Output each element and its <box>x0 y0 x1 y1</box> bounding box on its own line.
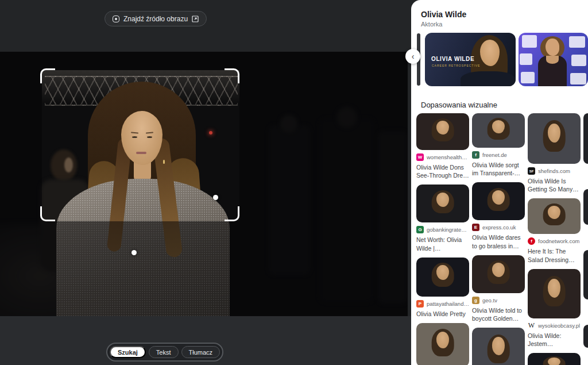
result-thumbnail[interactable] <box>472 113 525 148</box>
result-source: P pattayathailand.ru <box>416 300 469 308</box>
result-source: f freenet.de <box>472 151 525 159</box>
backdrop-letter-shape <box>571 55 586 66</box>
matches-column-3: SF shefinds.com Olivia Wilde Is Getting … <box>528 113 581 365</box>
result-title: Net Worth: Olivia Wilde | GOBankingRates <box>416 236 469 252</box>
backdrop-letter-shape <box>521 72 535 83</box>
site-name: pattayathailand.ru <box>427 301 469 307</box>
mode-text-button[interactable]: Tekst <box>149 346 179 358</box>
site-favicon: f <box>472 151 479 159</box>
selection-dim-top <box>0 52 408 70</box>
visual-match-item[interactable]: P pattayathailand.ru Olivia Wilde Pretty <box>416 258 469 318</box>
visual-match-item[interactable]: E express.co.uk Olivia Wilde dares to go… <box>472 182 525 249</box>
result-title: Olivia Wilde sorgt im Transparent-Kleid … <box>472 161 525 177</box>
result-thumbnail[interactable] <box>416 185 469 222</box>
visual-match-item[interactable]: W womenshealthmag... Olivia Wilde Dons S… <box>416 113 469 179</box>
result-thumbnail[interactable] <box>528 113 581 164</box>
visual-match-item[interactable]: W wysokieobcasy.pl Olivia Wilde: Jestem … <box>528 269 581 348</box>
find-image-source-button[interactable]: Znajdź źródło obrazu <box>105 11 207 26</box>
visual-match-item[interactable] <box>472 328 525 365</box>
entity-subtitle: Aktorka <box>421 21 442 28</box>
site-favicon: W <box>528 322 535 329</box>
site-favicon: P <box>416 300 424 308</box>
result-thumbnail[interactable] <box>528 198 581 234</box>
site-name: gobankingrates.com <box>427 226 469 233</box>
selection-dim-left <box>0 70 42 221</box>
result-source: g geo.tv <box>472 297 525 304</box>
knowledge-image-1[interactable]: OLIVIA WILDE CAREER RETROSPECTIVE <box>425 33 516 86</box>
result-title: Olivia Wilde Is Getting So Many Likes Fo… <box>528 177 581 193</box>
result-source: W wysokieobcasy.pl <box>528 322 581 329</box>
site-name: express.co.uk <box>482 224 516 230</box>
matches-column-2: f freenet.de Olivia Wilde sorgt im Trans… <box>472 113 525 365</box>
result-thumbnail[interactable] <box>472 255 525 293</box>
hero-caption-line2: CAREER RETROSPECTIVE <box>432 64 480 67</box>
query-photo <box>0 52 408 316</box>
matches-column-cutoff <box>583 113 588 365</box>
object-dot[interactable] <box>131 250 137 255</box>
result-source: E express.co.uk <box>472 224 525 231</box>
selection-handle-top-left[interactable] <box>40 68 55 83</box>
photo-red-light <box>209 131 212 135</box>
selection-handle-top-right[interactable] <box>225 68 239 83</box>
photo-bystander-face <box>64 157 73 172</box>
result-thumbnail[interactable] <box>528 353 581 365</box>
selection-handle-bottom-right[interactable] <box>225 206 239 221</box>
result-thumbnail[interactable] <box>472 182 525 220</box>
result-title: Olivia Wilde Dons See-Through Dress For.… <box>416 163 469 179</box>
site-favicon: SF <box>528 167 535 175</box>
backdrop-letter-shape <box>569 36 585 48</box>
google-lens-app: Znajdź źródło obrazu Szukaj Tekst Tłumac… <box>0 0 588 365</box>
lens-icon <box>113 16 119 22</box>
site-favicon: g <box>472 297 479 304</box>
visual-match-item[interactable]: g geo.tv Olivia Wilde told to boycott Go… <box>472 255 525 322</box>
result-thumbnail[interactable] <box>528 269 581 318</box>
result-source: G gobankingrates.com <box>416 226 469 233</box>
result-thumbnail[interactable] <box>416 258 469 297</box>
object-dot[interactable] <box>213 195 218 200</box>
result-source: f foodnetwork.com <box>528 237 581 245</box>
visual-match-item[interactable]: G gobankingrates.com Net Worth: Olivia W… <box>416 185 469 252</box>
visual-match-item[interactable] <box>528 353 581 365</box>
result-source: SF shefinds.com <box>528 167 581 175</box>
site-name: foodnetwork.com <box>538 238 579 244</box>
subject-lips <box>136 152 146 154</box>
result-source: W womenshealthmag... <box>416 153 469 161</box>
visual-match-item[interactable]: SF shefinds.com Olivia Wilde Is Getting … <box>528 113 581 193</box>
site-name: wysokieobcasy.pl <box>538 322 580 329</box>
result-title: Olivia Wilde told to boycott Golden Glob… <box>472 306 525 322</box>
backdrop-letter-shape <box>570 73 586 84</box>
hero-face <box>480 40 500 66</box>
result-title: Olivia Wilde: Jestem krytykowana za wyjś… <box>528 332 581 348</box>
hero-shoulder <box>461 71 516 86</box>
subject-eye <box>147 136 152 138</box>
backdrop-letter-shape <box>520 53 532 65</box>
site-favicon: f <box>528 237 535 245</box>
subject-eye <box>132 136 137 138</box>
backdrop-letter-shape <box>522 35 537 48</box>
selection-handle-bottom-left[interactable] <box>40 206 55 221</box>
site-name: freenet.de <box>482 152 507 158</box>
result-thumbnail[interactable] <box>416 113 469 150</box>
subject-earring <box>163 160 165 164</box>
cutoff-thumbnail-sliver <box>583 113 588 164</box>
visual-match-item[interactable]: sk sheknows.com <box>416 323 469 365</box>
image-stage: Znajdź źródło obrazu Szukaj Tekst Tłumac… <box>0 0 411 365</box>
visual-match-item[interactable]: f foodnetwork.com Here It Is: The Salad … <box>528 198 581 263</box>
hero2-face <box>546 39 559 56</box>
mode-translate-button[interactable]: Tłumacz <box>181 346 220 358</box>
carousel-back-button[interactable]: ‹ <box>405 49 420 64</box>
hero2-chest <box>546 56 559 64</box>
result-thumbnail[interactable] <box>416 323 469 365</box>
mode-search-button[interactable]: Szukaj <box>110 346 146 358</box>
result-title: Olivia Wilde dares to go braless in comp… <box>472 233 525 249</box>
knowledge-image-2[interactable] <box>519 33 588 86</box>
cutoff-thumbnail-sliver <box>583 325 588 348</box>
external-link-icon <box>192 16 199 22</box>
site-favicon: W <box>416 153 424 161</box>
selection-dim-bottom <box>0 221 408 316</box>
photo-bystander-hair <box>51 149 77 182</box>
cutoff-thumbnail-sliver <box>583 189 588 225</box>
result-thumbnail[interactable] <box>472 328 525 365</box>
visual-match-item[interactable]: f freenet.de Olivia Wilde sorgt im Trans… <box>472 113 525 177</box>
visual-matches-grid: W womenshealthmag... Olivia Wilde Dons S… <box>416 113 588 365</box>
